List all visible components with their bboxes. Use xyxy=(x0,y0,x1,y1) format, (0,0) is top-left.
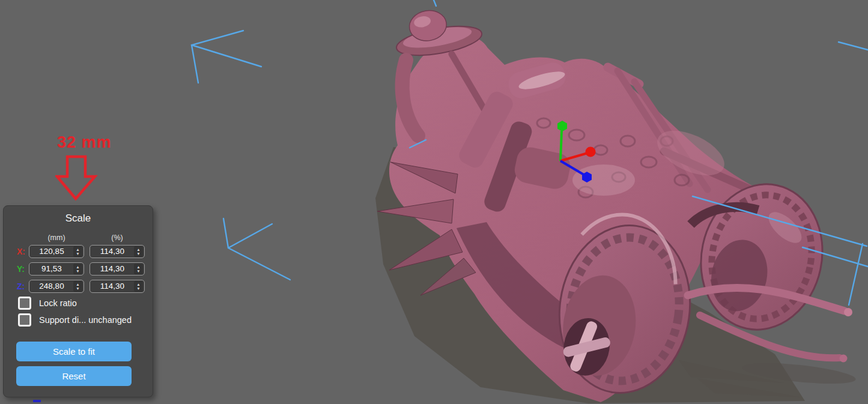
z-mm-input[interactable] xyxy=(31,280,73,292)
scale-panel: Scale (mm) (%) X: ▲▼ ▲▼ Y: ▲▼ xyxy=(3,205,153,397)
z-percent-input[interactable] xyxy=(91,280,133,292)
reset-button[interactable]: Reset xyxy=(16,366,132,386)
lock-ratio-checkbox[interactable] xyxy=(18,297,31,310)
x-percent-field[interactable]: ▲▼ xyxy=(90,245,145,258)
header-percent: (%) xyxy=(90,234,145,242)
clipped-ui-fragment xyxy=(33,400,41,402)
axis-y-label: Y: xyxy=(17,264,29,274)
y-mm-input[interactable] xyxy=(31,263,73,275)
spinner-down-icon[interactable]: ▼ xyxy=(136,286,140,291)
lock-ratio-row: Lock ratio xyxy=(18,297,153,310)
lock-ratio-label: Lock ratio xyxy=(39,298,77,308)
spinner-up-icon[interactable]: ▲ xyxy=(76,265,79,269)
axis-z-label: Z: xyxy=(17,282,29,291)
x-mm-field[interactable]: ▲▼ xyxy=(29,245,84,258)
spinner-up-icon[interactable]: ▲ xyxy=(136,265,140,269)
panel-title: Scale xyxy=(4,212,153,225)
spinner-down-icon[interactable]: ▼ xyxy=(76,286,79,291)
support-dimensions-row: Support di... unchanged xyxy=(18,313,153,327)
scale-row-z: Z: ▲▼ ▲▼ xyxy=(17,279,153,293)
z-percent-field[interactable]: ▲▼ xyxy=(90,280,145,293)
spinner-up-icon[interactable]: ▲ xyxy=(136,282,140,286)
scale-to-fit-button[interactable]: Scale to fit xyxy=(16,342,132,361)
column-headers: (mm) (%) xyxy=(17,234,153,242)
y-percent-input[interactable] xyxy=(91,263,133,275)
spinner-down-icon[interactable]: ▼ xyxy=(76,252,79,256)
support-dimensions-label: Support di... unchanged xyxy=(39,315,132,325)
x-mm-input[interactable] xyxy=(31,246,73,258)
y-mm-field[interactable]: ▲▼ xyxy=(29,262,84,276)
spinner-up-icon[interactable]: ▲ xyxy=(76,282,79,286)
scale-row-x: X: ▲▼ ▲▼ xyxy=(17,244,153,258)
gizmo-x-handle-icon[interactable] xyxy=(586,147,596,157)
y-percent-field[interactable]: ▲▼ xyxy=(90,262,145,276)
scale-row-y: Y: ▲▼ ▲▼ xyxy=(17,262,153,276)
slicer-viewport: 32 mm Scale (mm) (%) X: ▲▼ ▲▼ Y: xyxy=(0,0,868,404)
support-dimensions-checkbox[interactable] xyxy=(18,313,31,327)
spinner-up-icon[interactable]: ▲ xyxy=(76,247,79,252)
spinner-up-icon[interactable]: ▲ xyxy=(136,247,140,252)
spinner-down-icon[interactable]: ▼ xyxy=(136,269,140,273)
x-percent-input[interactable] xyxy=(91,246,133,258)
axis-x-label: X: xyxy=(17,247,29,256)
spinner-down-icon[interactable]: ▼ xyxy=(76,269,79,273)
spinner-down-icon[interactable]: ▼ xyxy=(136,252,140,256)
down-arrow-icon xyxy=(55,155,99,202)
z-mm-field[interactable]: ▲▼ xyxy=(29,280,84,293)
header-mm: (mm) xyxy=(29,234,84,242)
size-annotation-label: 32 mm xyxy=(57,133,112,152)
